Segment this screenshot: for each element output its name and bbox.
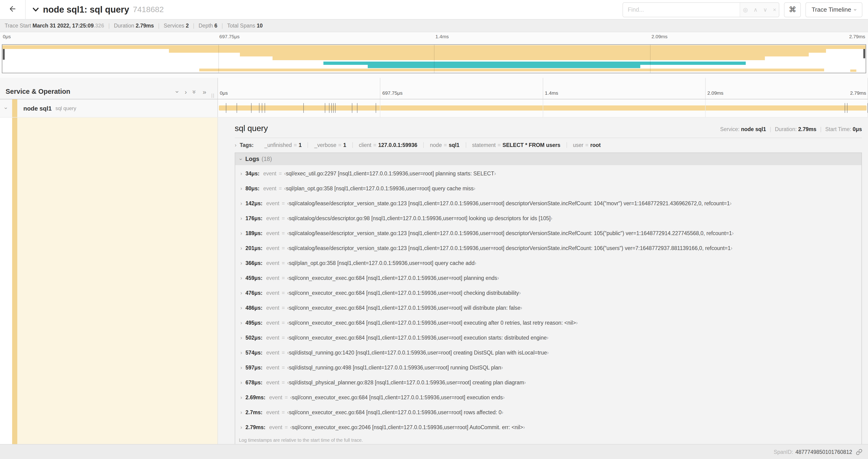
log-row[interactable]: ›597μs:event=‹sql/distsql_running.go:498… — [238, 360, 862, 375]
log-row[interactable]: ›486μs:event=‹sql/conn_executor_exec.go:… — [238, 300, 862, 315]
match-target-icon[interactable]: ◎ — [743, 6, 748, 13]
span-detail-panel: sql query Service: node sql1|Duration: 2… — [218, 118, 868, 444]
span-log-marker[interactable] — [335, 103, 335, 113]
log-equals: = — [282, 275, 285, 281]
log-row[interactable]: ›574μs:event=‹sql/distsql_running.go:142… — [238, 345, 862, 360]
span-log-marker[interactable] — [251, 103, 251, 113]
span-log-marker[interactable] — [303, 103, 304, 113]
span-log-marker[interactable] — [329, 103, 329, 113]
logs-section-header[interactable]: › Logs (18) — [235, 153, 862, 165]
span-log-marker[interactable] — [845, 103, 845, 113]
log-row[interactable]: ›80μs:event=‹sql/plan_opt.go:358 [nsql1,… — [238, 181, 862, 196]
back-button[interactable] — [0, 0, 26, 19]
log-equals: = — [282, 409, 285, 415]
collapse-all-icon[interactable]: » — [192, 90, 198, 94]
find-next-icon[interactable]: ∨ — [763, 6, 768, 13]
log-timestamp: 678μs: — [245, 380, 262, 385]
deep-link-button[interactable] — [856, 449, 862, 455]
span-log-marker[interactable] — [259, 103, 259, 113]
log-row[interactable]: ›678μs:event=‹sql/distsql_physical_plann… — [238, 375, 862, 390]
log-row[interactable]: ›34μs:event=‹sql/exec_util.go:2297 [nsql… — [238, 166, 862, 181]
minimap-span-bar — [169, 49, 826, 53]
log-row[interactable]: ›476μs:event=‹sql/conn_executor_exec.go:… — [238, 286, 862, 300]
log-row[interactable]: ›2.69ms:event=‹sql/conn_executor_exec.go… — [238, 390, 862, 405]
log-close-quote: › — [474, 260, 476, 266]
minimap-span-bar — [240, 53, 809, 57]
tag-equals: = — [294, 142, 297, 148]
span-log-marker[interactable] — [262, 103, 262, 113]
ruler-tick-label: 2.79ms — [850, 90, 866, 96]
collapse-one-icon[interactable]: › — [174, 91, 181, 93]
log-timestamp: 201μs: — [245, 245, 262, 251]
tags-row[interactable]: › Tags: _unfinished=1_verbose=1client=12… — [235, 142, 862, 148]
log-row[interactable]: ›366μs:event=‹sql/plan_opt.go:358 [nsql1… — [238, 256, 862, 270]
summary-value: 6 — [214, 23, 217, 28]
column-resizer[interactable]: || — [211, 93, 215, 98]
keyboard-shortcuts-button[interactable]: ⌘ — [784, 2, 801, 17]
minimap-span-bar — [850, 69, 856, 72]
tag-item: user=root — [566, 142, 607, 148]
chevron-right-icon: › — [238, 260, 245, 266]
span-log-marker[interactable] — [352, 103, 352, 113]
span-log-marker[interactable] — [237, 103, 237, 113]
log-row[interactable]: ›189μs:event=‹sql/catalog/lease/descript… — [238, 226, 862, 241]
arrow-left-icon — [8, 4, 17, 15]
log-field-name: event — [266, 216, 279, 221]
chevron-down-icon[interactable] — [32, 6, 39, 13]
log-row[interactable]: ›201μs:event=‹sql/catalog/lease/descript… — [238, 241, 862, 256]
chevron-right-icon: › — [238, 395, 245, 400]
minimap-canvas[interactable] — [2, 44, 866, 73]
tag-item: client=127.0.0.1:59936 — [352, 142, 424, 148]
chevron-right-icon: › — [238, 380, 245, 385]
log-row[interactable]: ›459μs:event=‹sql/conn_executor_exec.go:… — [238, 270, 862, 286]
log-row[interactable]: ›176μs:event=‹sql/catalog/descs/descript… — [238, 211, 862, 226]
log-row[interactable]: ›2.79ms:event=‹sql/conn_executor_exec.go… — [238, 420, 862, 435]
view-selector-button[interactable]: Trace Timeline › — [805, 2, 862, 17]
log-close-quote: › — [547, 335, 549, 340]
span-log-marker[interactable] — [331, 103, 332, 113]
span-detail-row: sql query Service: node sql1|Duration: 2… — [0, 118, 868, 444]
span-log-marker[interactable] — [376, 103, 376, 113]
log-close-quote: › — [494, 171, 496, 176]
ruler-gridline — [380, 78, 380, 99]
log-message: sql/exec_util.go:2297 [nsql1,client=127.… — [286, 171, 494, 176]
log-message: sql/plan_opt.go:358 [nsql1,client=127.0.… — [289, 260, 474, 266]
log-field-name: event — [269, 424, 282, 430]
log-row[interactable]: ›502μs:event=‹sql/conn_executor_exec.go:… — [238, 330, 862, 345]
tag-item: _unfinished=1 — [258, 142, 308, 148]
log-open-quote: ‹ — [287, 350, 289, 355]
tag-value: SELECT * FROM users — [503, 142, 560, 148]
log-field-name: event — [266, 320, 279, 326]
find-tools: ◎ ∧ ∨ × — [740, 3, 779, 17]
find-prev-icon[interactable]: ∧ — [753, 6, 757, 13]
log-close-quote: › — [501, 365, 503, 370]
log-message: sql/catalog/lease/descriptor_version_sta… — [289, 201, 730, 206]
find-clear-icon[interactable]: × — [773, 6, 776, 13]
log-open-quote: ‹ — [287, 275, 289, 281]
expand-one-icon[interactable]: › — [185, 89, 187, 95]
span-log-marker[interactable] — [847, 103, 847, 113]
detail-row-highlight — [17, 118, 218, 444]
log-row[interactable]: ›2.7ms:event=‹sql/conn_executor_exec.go:… — [238, 405, 862, 420]
span-log-marker[interactable] — [265, 103, 265, 113]
span-log-marker[interactable] — [333, 103, 334, 113]
tag-key: _verbose — [314, 142, 337, 148]
log-row[interactable]: ›495μs:event=‹sql/conn_executor_exec.go:… — [238, 315, 862, 330]
log-message: sql/conn_executor_exec.go:684 [nsql1,cli… — [289, 409, 501, 415]
minimap-tick-label: 2.09ms — [650, 34, 668, 39]
log-field-name: event — [266, 350, 279, 355]
chevron-right-icon: › — [238, 409, 245, 415]
log-row[interactable]: ›142μs:event=‹sql/catalog/lease/descript… — [238, 196, 862, 211]
find-input[interactable] — [623, 3, 740, 17]
service-operation-title: Service & Operation — [6, 88, 70, 95]
logs-section: › Logs (18) ›34μs:event=‹sql/exec_util.g… — [235, 153, 862, 444]
chevron-right-icon: › — [238, 305, 245, 311]
span-log-marker[interactable] — [357, 103, 358, 113]
span-log-marker[interactable] — [226, 103, 226, 113]
log-open-quote: ‹ — [287, 245, 289, 251]
span-row[interactable]: › node sql1 sql query — [0, 99, 868, 118]
log-equals: = — [282, 260, 285, 266]
span-tree-toggle-icon[interactable]: › — [3, 102, 9, 114]
expand-all-icon[interactable]: » — [203, 89, 206, 95]
span-log-marker[interactable] — [325, 103, 325, 113]
